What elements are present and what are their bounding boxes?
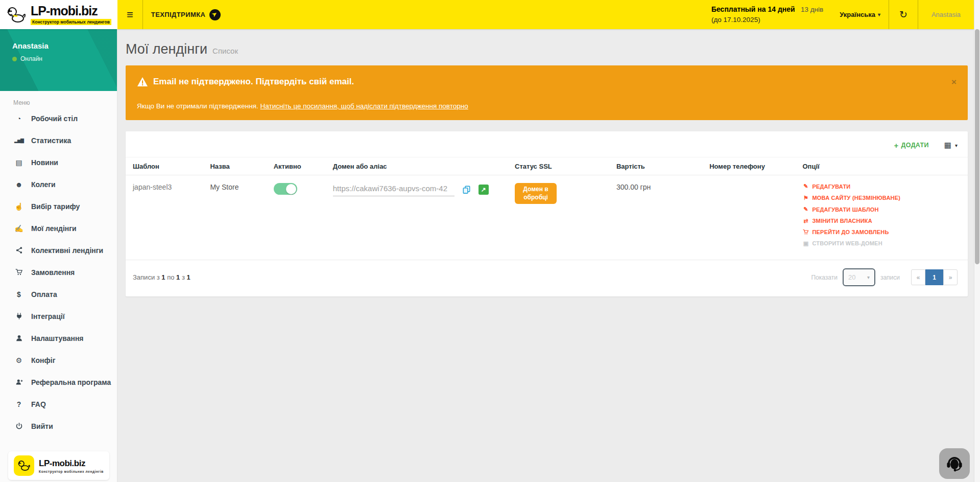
landings-table: Шаблон Назва Активно Домен або аліас Ста… bbox=[126, 157, 968, 257]
stats-icon: ▂▅▇ bbox=[13, 138, 25, 143]
pager-page-1[interactable]: 1 bbox=[925, 269, 943, 285]
exchange-icon: ⇄ bbox=[802, 218, 809, 224]
question-icon: ? bbox=[13, 400, 25, 408]
sidebar-item-integrations[interactable]: Інтеграції bbox=[0, 305, 117, 327]
add-landing-button[interactable]: + ДОДАТИ bbox=[894, 141, 929, 150]
clone-icon: ▣ bbox=[802, 240, 809, 247]
ssl-status-badge: Домен в обробці bbox=[515, 183, 557, 204]
scrollbar-thumb[interactable] bbox=[975, 29, 979, 264]
sidebar-item-config[interactable]: ⚙ Конфіг bbox=[0, 349, 117, 371]
col-ssl-status: Статус SSL bbox=[511, 157, 612, 175]
col-domain: Домен або аліас bbox=[329, 157, 511, 175]
language-icon: ⚑ bbox=[802, 195, 809, 201]
logo-tagline: Конструктор мобильных лендингов bbox=[31, 19, 111, 25]
option-edit-template[interactable]: ✎ РЕДАГУВАТИ ШАБЛОН bbox=[802, 206, 964, 213]
plus-icon: + bbox=[894, 141, 899, 150]
trial-info: Бесплатный на 14 дней 13 днів (до 17.10.… bbox=[703, 0, 831, 29]
hamburger-icon: ≡ bbox=[127, 8, 133, 21]
gears-icon: ⚙ bbox=[13, 356, 25, 364]
headset-icon bbox=[945, 454, 964, 473]
sidebar-item-dashboard[interactable]: ◔ Робочий стіл bbox=[0, 107, 117, 129]
column-settings-button[interactable]: ▦ ▾ bbox=[944, 141, 958, 150]
cart-icon bbox=[13, 268, 25, 276]
plug-icon bbox=[13, 312, 25, 320]
refresh-button[interactable]: ↻ bbox=[889, 0, 918, 29]
sidebar-user-panel: Anastasia Онлайн bbox=[0, 29, 117, 91]
user-icon bbox=[13, 334, 25, 342]
refresh-icon: ↻ bbox=[899, 9, 907, 20]
domain-input[interactable] bbox=[333, 183, 455, 196]
chevron-down-icon: ▾ bbox=[878, 12, 880, 17]
cell-name: My Store bbox=[206, 175, 269, 257]
language-selector[interactable]: Українська ▾ bbox=[831, 0, 889, 29]
per-page-select[interactable]: 20 ▾ bbox=[843, 268, 875, 286]
table-header-row: Шаблон Назва Активно Домен або аліас Ста… bbox=[126, 157, 968, 175]
sidebar-item-settings[interactable]: Налаштування bbox=[0, 327, 117, 349]
main-content: Мої лендінги Список Email не підтверджен… bbox=[117, 29, 974, 482]
col-price: Вартість bbox=[612, 157, 705, 175]
sidebar-item-referral[interactable]: Реферальна програма bbox=[0, 371, 117, 393]
col-options: Опції bbox=[798, 157, 968, 175]
support-chat-button[interactable] bbox=[939, 448, 970, 479]
page-header: Мої лендінги Список bbox=[117, 29, 974, 65]
toggle-knob bbox=[286, 184, 296, 194]
sidebar-username: Anastasia bbox=[12, 41, 117, 50]
language-label: Українська bbox=[840, 11, 875, 18]
sidebar-item-statistics[interactable]: ▂▅▇ Статистика bbox=[0, 129, 117, 151]
menu-toggle-button[interactable]: ≡ bbox=[117, 0, 142, 29]
alert-title: Email не підтверджено. Підтвердіть свій … bbox=[153, 77, 354, 87]
sidebar-item-logout[interactable]: Вийти bbox=[0, 415, 117, 437]
sidebar: Anastasia Онлайн Меню ◔ Робочий стіл ▂▅▇… bbox=[0, 29, 117, 482]
col-phone: Номер телефону bbox=[705, 157, 798, 175]
pagination: « 1 » bbox=[911, 269, 958, 285]
caret-down-icon: ▾ bbox=[955, 143, 958, 148]
trial-days-left: 13 днів bbox=[801, 6, 823, 13]
cart-icon bbox=[802, 229, 809, 235]
topbar: LP-mobi.biz Конструктор мобильных лендин… bbox=[0, 0, 974, 29]
copy-icon[interactable] bbox=[462, 185, 471, 195]
sidebar-item-collective-landings[interactable]: Колективні лендінги bbox=[0, 239, 117, 261]
share-icon bbox=[13, 246, 25, 254]
option-edit[interactable]: ✎ РЕДАГУВАТИ bbox=[802, 183, 964, 190]
alert-close-button[interactable]: × bbox=[951, 78, 957, 86]
sidebar-item-tariff[interactable]: ☝ Вибір тарифу bbox=[0, 195, 117, 217]
records-label: записи bbox=[880, 274, 900, 281]
col-active: Активно bbox=[270, 157, 329, 175]
sidebar-item-my-landings[interactable]: ✍ Мої лендінги bbox=[0, 217, 117, 239]
show-label: Показати bbox=[811, 274, 837, 281]
sidebar-footer-logo[interactable]: LP-mobi.biz Конструктор мобільних лендін… bbox=[8, 451, 109, 480]
sidebar-item-payment[interactable]: $ Оплата bbox=[0, 283, 117, 305]
grid-icon: ▦ bbox=[944, 141, 951, 150]
records-summary: Записи з 1 по 1 з 1 bbox=[133, 273, 190, 281]
resend-confirmation-link[interactable]: Натисніть це посилання, щоб надіслати пі… bbox=[260, 102, 468, 110]
option-go-to-orders[interactable]: ПЕРЕЙТИ ДО ЗАМОВЛЕНЬ bbox=[802, 229, 964, 235]
support-link[interactable]: ТЕХПІДТРИМКА ➤ bbox=[143, 0, 229, 29]
support-label: ТЕХПІДТРИМКА bbox=[151, 11, 205, 18]
sidebar-item-colleagues[interactable]: ☻ Колеги bbox=[0, 173, 117, 195]
option-site-language[interactable]: ⚑ МОВА САЙТУ (НЕЗМІНЮВАНЕ) bbox=[802, 195, 964, 201]
sidebar-item-orders[interactable]: Замовлення bbox=[0, 261, 117, 283]
col-template: Шаблон bbox=[126, 157, 206, 175]
page-subtitle: Список bbox=[212, 47, 238, 55]
page-scrollbar[interactable] bbox=[974, 0, 980, 482]
landings-panel: + ДОДАТИ ▦ ▾ Шаблон Назва Активно Домен … bbox=[126, 131, 968, 296]
dashboard-icon: ◔ bbox=[13, 114, 25, 123]
sidebar-item-faq[interactable]: ? FAQ bbox=[0, 393, 117, 415]
cell-phone bbox=[705, 175, 798, 257]
open-landing-button[interactable]: ↗ bbox=[479, 185, 489, 195]
active-toggle[interactable] bbox=[274, 183, 297, 195]
user-menu[interactable]: Anastasia bbox=[918, 0, 974, 29]
sidebar-item-news[interactable]: ▤ Новини bbox=[0, 151, 117, 173]
caret-down-icon: ▾ bbox=[867, 274, 870, 280]
table-footer: Записи з 1 по 1 з 1 Показати 20 ▾ записи… bbox=[126, 260, 968, 296]
table-toolbar: + ДОДАТИ ▦ ▾ bbox=[126, 131, 968, 157]
user-plus-icon bbox=[13, 378, 25, 386]
table-row: japan-steel3 My Store bbox=[126, 175, 968, 257]
pager-next-button[interactable]: » bbox=[943, 269, 958, 285]
pager-prev-button[interactable]: « bbox=[911, 269, 925, 285]
app-logo[interactable]: LP-mobi.biz Конструктор мобильных лендин… bbox=[0, 0, 117, 29]
users-icon: ☻ bbox=[13, 180, 25, 189]
dog-logo-icon bbox=[14, 455, 34, 476]
option-change-owner[interactable]: ⇄ ЗМІНИТИ ВЛАСНИКА bbox=[802, 218, 964, 224]
footer-logo-tagline: Конструктор мобільних лендінгів bbox=[39, 470, 104, 473]
